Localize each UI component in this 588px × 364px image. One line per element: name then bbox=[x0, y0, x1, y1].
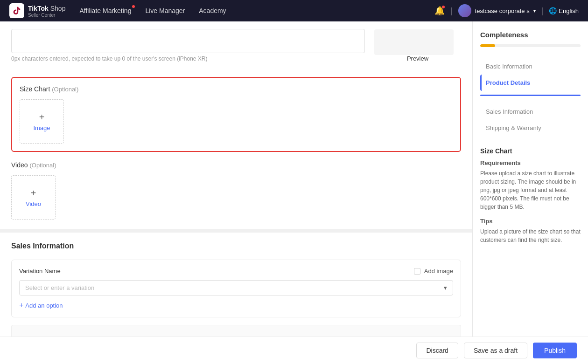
content-area: 0px characters entered, expected to take… bbox=[0, 21, 472, 364]
completeness-title: Completeness bbox=[480, 31, 581, 39]
save-draft-button[interactable]: Save as a draft bbox=[464, 343, 527, 358]
notification-badge bbox=[442, 6, 445, 8]
add-image-area: Add image bbox=[414, 268, 453, 275]
top-field-row: 0px characters entered, expected to take… bbox=[11, 29, 461, 62]
text-field-area: 0px characters entered, expected to take… bbox=[11, 29, 365, 62]
variation-area: Variation Name Add image Select or enter… bbox=[11, 260, 461, 317]
user-menu[interactable]: testcase corporate s ▾ bbox=[458, 4, 536, 17]
notification-bell-icon[interactable]: 🔔 bbox=[434, 6, 445, 16]
nav-academy[interactable]: Academy bbox=[199, 5, 226, 16]
add-image-checkbox[interactable] bbox=[414, 268, 420, 275]
variation-name-label: Variation Name bbox=[19, 268, 61, 275]
discard-button[interactable]: Discard bbox=[416, 343, 458, 358]
image-upload-label: Image bbox=[33, 124, 50, 131]
header-divider: | bbox=[450, 6, 453, 16]
size-chart-section: Size Chart (Optional) + Image bbox=[11, 77, 461, 152]
publish-button[interactable]: Publish bbox=[533, 343, 577, 358]
top-section: 0px characters entered, expected to take… bbox=[0, 21, 472, 68]
user-chevron-icon: ▾ bbox=[533, 8, 536, 14]
image-upload-box[interactable]: + Image bbox=[20, 99, 64, 144]
description-input[interactable] bbox=[11, 29, 365, 53]
header: TikTok Shop Seller Center Affiliate Mark… bbox=[0, 0, 588, 21]
preview-area: Preview bbox=[374, 29, 461, 62]
preview-box bbox=[374, 29, 454, 55]
variation-placeholder: Select or enter a variation bbox=[25, 284, 94, 291]
progress-bar-background bbox=[480, 44, 581, 47]
sales-information-section: Sales Information Variation Name Add ima… bbox=[0, 233, 472, 353]
size-chart-info-panel: Size Chart Requirements Please upload a … bbox=[480, 147, 581, 244]
variation-select[interactable]: Select or enter a variation ▾ bbox=[19, 280, 453, 295]
plus-icon: + bbox=[39, 112, 45, 123]
sidebar-item-shipping[interactable]: Shipping & Warranty bbox=[480, 120, 581, 136]
sales-section-title: Sales Information bbox=[11, 242, 461, 250]
add-option-plus-icon: + bbox=[19, 301, 23, 309]
nav-live-manager[interactable]: Live Manager bbox=[145, 5, 185, 16]
logo-area[interactable]: TikTok Shop Seller Center bbox=[9, 3, 65, 18]
main-nav: Affiliate Marketing Live Manager Academy bbox=[79, 5, 420, 16]
tips-title: Tips bbox=[480, 218, 581, 225]
video-upload-box[interactable]: + Video bbox=[11, 175, 56, 220]
sidebar-item-product-details[interactable]: Product Details bbox=[480, 75, 581, 91]
header-divider2: | bbox=[541, 6, 544, 16]
language-text: English bbox=[559, 7, 579, 14]
right-sidebar: Completeness Basic information Product D… bbox=[472, 21, 588, 364]
add-option-label: Add an option bbox=[25, 302, 63, 309]
size-chart-info-title: Size Chart bbox=[480, 147, 581, 155]
video-upload-label: Video bbox=[26, 200, 41, 207]
user-name: testcase corporate s bbox=[475, 7, 530, 14]
completeness-section: Completeness bbox=[480, 31, 581, 47]
requirements-title: Requirements bbox=[480, 159, 581, 166]
sidebar-item-basic-info[interactable]: Basic information bbox=[480, 58, 581, 75]
product-details-section: Size Chart (Optional) + Image Video (Opt… bbox=[0, 68, 472, 229]
video-optional-tag: (Optional) bbox=[29, 162, 56, 169]
progress-bar-fill bbox=[480, 44, 495, 47]
logo-text: TikTok Shop Seller Center bbox=[28, 4, 65, 18]
tips-text: Upload a picture of the size chart so th… bbox=[480, 227, 581, 244]
avatar bbox=[458, 4, 471, 17]
dropdown-chevron-icon: ▾ bbox=[444, 284, 447, 291]
video-section: Video (Optional) + Video bbox=[11, 161, 461, 220]
sidebar-nav: Basic information Product Details Sales … bbox=[480, 58, 581, 136]
variation-header: Variation Name Add image bbox=[19, 268, 453, 275]
nav-dot bbox=[132, 5, 135, 8]
video-plus-icon: + bbox=[31, 188, 36, 199]
requirements-text: Please upload a size chart to illustrate… bbox=[480, 169, 581, 211]
nav-affiliate-marketing[interactable]: Affiliate Marketing bbox=[79, 5, 131, 16]
header-right: 🔔 | testcase corporate s ▾ | 🌐 English bbox=[434, 4, 579, 17]
char-hint: 0px characters entered, expected to take… bbox=[11, 55, 365, 62]
sidebar-item-sales-info[interactable]: Sales Information bbox=[480, 103, 581, 120]
video-label: Video (Optional) bbox=[11, 161, 461, 169]
language-selector[interactable]: 🌐 English bbox=[549, 7, 579, 14]
sidebar-active-indicator bbox=[480, 95, 581, 96]
footer-bar: Discard Save as a draft Publish bbox=[0, 337, 588, 364]
main-wrapper: 0px characters entered, expected to take… bbox=[0, 21, 588, 364]
tiktok-logo-icon bbox=[9, 3, 24, 18]
add-option-button[interactable]: + Add an option bbox=[19, 301, 453, 309]
size-chart-optional-tag: (Optional) bbox=[52, 86, 78, 93]
globe-icon: 🌐 bbox=[549, 7, 557, 14]
size-chart-label: Size Chart (Optional) bbox=[20, 85, 453, 93]
add-image-label: Add image bbox=[424, 268, 453, 275]
